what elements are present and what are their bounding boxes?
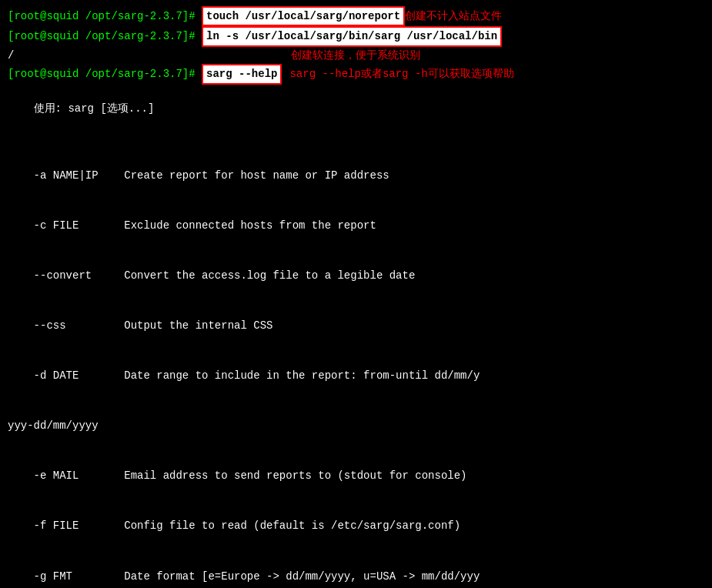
option-f: -f FILE Config file to read (default is … [8,518,704,535]
option-d: -d DATE Date range to include in the rep… [8,368,704,385]
command-line-1: [root@squid /opt/sarg-2.3.7]# touch /usr… [8,6,704,26]
slash-text: / [8,47,14,64]
annotation-2: 创建软连接，便于系统识别 [291,47,420,64]
option-g: -g FMT Date format [e=Europe -> dd/mm/yy… [8,569,704,586]
cmd-box-3: sarg --help [202,64,282,84]
command-line-2: [root@squid /opt/sarg-2.3.7]# ln -s /usr… [8,26,704,46]
option-a: -a NAME|IP Create report for host name o… [8,168,704,185]
prompt-3: [root@squid /opt/sarg-2.3.7]# [8,65,196,82]
slash-annotation-line: / 创建软连接，便于系统识别 [8,47,704,64]
option-e: -e MAIL Email address to send reports to… [8,468,704,485]
option-css: --css Output the internal CSS [8,318,704,335]
command-line-3: [root@squid /opt/sarg-2.3.7]# sarg --hel… [8,64,704,84]
option-d-cont: yyy-dd/mm/yyyy [8,418,704,435]
option-c: -c FILE Exclude connected hosts from the… [8,218,704,235]
cmd-box-2: ln -s /usr/local/sarg/bin/sarg /usr/loca… [202,26,502,46]
usage-line: 使用: sarg [选项...] [8,85,704,135]
cmd-box-1: touch /usr/local/sarg/noreport [202,6,405,26]
options-block: -a NAME|IP Create report for host name o… [8,135,704,588]
usage-text: 使用: sarg [选项...] [34,102,155,115]
annotation-1: 创建不计入站点文件 [405,8,502,25]
prompt-2: [root@squid /opt/sarg-2.3.7]# [8,28,196,45]
annotation-3: sarg --help或者sarg -h可以获取选项帮助 [289,65,513,82]
terminal: [root@squid /opt/sarg-2.3.7]# touch /usr… [8,6,704,588]
prompt-1: [root@squid /opt/sarg-2.3.7]# [8,8,196,25]
option-convert: --convert Convert the access.log file to… [8,268,704,285]
